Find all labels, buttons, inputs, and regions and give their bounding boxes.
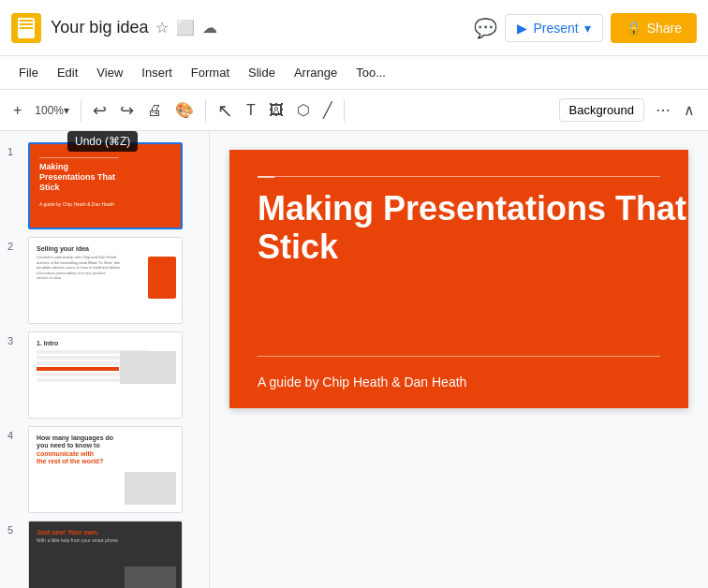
slide-3-image — [120, 351, 176, 384]
menu-bar: File Edit View Insert Format Slide Arran… — [0, 56, 708, 90]
slide-1-title: MakingPresentations ThatStick — [39, 162, 171, 192]
shapes-tool-button[interactable]: ⬡ — [291, 96, 316, 125]
main-slide-title: Making Presentations That Stick — [258, 189, 688, 267]
slide-number-5: 5 — [7, 521, 22, 536]
top-actions: 💬 ▶ Present ▾ 🔒 Share — [474, 13, 697, 43]
lock-icon: 🔒 — [626, 21, 642, 36]
slide-number-1: 1 — [7, 142, 22, 157]
slide-panel: 1 MakingPresentations ThatStick A guide … — [0, 131, 210, 588]
menu-arrange[interactable]: Arrange — [287, 62, 345, 83]
menu-file[interactable]: File — [11, 62, 46, 83]
main-content: 1 MakingPresentations ThatStick A guide … — [0, 131, 708, 588]
folder-icon[interactable]: ⬜ — [176, 19, 195, 37]
slide-item-2[interactable]: 2 Selling your idea Created in partnersh… — [0, 233, 209, 328]
slide-item-3[interactable]: 3 1. Intro — [0, 328, 209, 422]
doc-title-area: Your big idea ☆ ⬜ ☁ — [51, 18, 474, 37]
select-tool-button[interactable]: ↖ — [212, 94, 239, 127]
slide-number-4: 4 — [7, 426, 22, 441]
toolbar-divider-3 — [344, 99, 345, 122]
menu-slide[interactable]: Slide — [241, 62, 283, 83]
more-options-button[interactable]: ⋯ — [650, 96, 676, 125]
menu-view[interactable]: View — [89, 62, 130, 83]
star-icon[interactable]: ☆ — [155, 19, 169, 37]
collapse-toolbar-button[interactable]: ∧ — [678, 96, 701, 125]
undo-button[interactable]: ↩ — [87, 95, 112, 126]
share-label: Share — [647, 21, 682, 36]
comment-button[interactable]: 💬 — [474, 17, 497, 39]
print-button[interactable]: 🖨 — [141, 96, 168, 125]
slide-thumb-wrap-3: 1. Intro — [28, 331, 183, 419]
menu-insert[interactable]: Insert — [134, 62, 180, 83]
slide-2-image — [148, 257, 176, 299]
present-label: Present — [533, 21, 578, 36]
app-icon — [11, 13, 41, 43]
slide-number-3: 3 — [7, 331, 22, 346]
present-dropdown-icon[interactable]: ▾ — [584, 21, 591, 36]
background-label: Background — [569, 103, 634, 117]
menu-tools[interactable]: Too... — [348, 62, 393, 83]
slide-4-image — [125, 472, 176, 505]
textbox-tool-button[interactable]: T — [241, 96, 261, 125]
slide-thumb-wrap-2: Selling your idea Created in partnership… — [28, 237, 183, 324]
toolbar: + 100%▾ ↩ ↪ 🖨 🎨 ↖ T 🖼 ⬡ ╱ Background ⋯ ∧… — [0, 90, 708, 131]
toolbar-divider-2 — [205, 99, 206, 122]
main-slide[interactable]: — Making Presentations That Stick A guid… — [229, 150, 688, 408]
slide-item-4[interactable]: 4 How many languages doyou need to know … — [0, 422, 209, 517]
add-slide-button[interactable]: + — [7, 96, 27, 125]
main-slide-subtitle: A guide by Chip Heath & Dan Heath — [258, 375, 466, 390]
slide-1-subtitle: A guide by Chip Heath & Dan Heath — [39, 201, 171, 207]
slide-area[interactable]: — Making Presentations That Stick A guid… — [210, 131, 708, 588]
slide-thumb-3: 1. Intro — [29, 332, 182, 418]
present-button[interactable]: ▶ Present ▾ — [505, 14, 602, 42]
cloud-icon[interactable]: ☁ — [202, 19, 217, 37]
line-tool-button[interactable]: ╱ — [317, 96, 338, 125]
slide-item-1[interactable]: 1 MakingPresentations ThatStick A guide … — [0, 139, 209, 233]
slide-2-title: Selling your idea — [37, 245, 174, 252]
toolbar-divider-1 — [81, 99, 81, 122]
slide-thumb-1: MakingPresentations ThatStick A guide by… — [30, 144, 181, 228]
paint-format-button[interactable]: 🎨 — [170, 96, 199, 125]
slide-5-title: Just one! Your own. — [37, 529, 174, 536]
doc-title-text: Your big idea — [51, 18, 148, 37]
top-bar: Your big idea ☆ ⬜ ☁ 💬 ▶ Present ▾ 🔒 Shar… — [0, 0, 708, 56]
slide-thumb-5: Just one! Your own. With a little help f… — [29, 522, 182, 588]
main-slide-line-bottom — [258, 356, 660, 357]
doc-title: Your big idea ☆ ⬜ ☁ — [51, 18, 474, 37]
menu-format[interactable]: Format — [184, 62, 237, 83]
slide-thumb-2: Selling your idea Created in partnership… — [29, 238, 182, 323]
redo-button[interactable]: ↪ — [114, 95, 140, 126]
image-tool-button[interactable]: 🖼 — [263, 96, 289, 125]
slide-5-subtitle: With a little help from your smart phone — [37, 537, 174, 543]
slide-number-2: 2 — [7, 237, 22, 252]
slide-5-image — [125, 566, 176, 588]
background-button[interactable]: Background — [559, 98, 644, 122]
slide-3-title: 1. Intro — [37, 340, 174, 346]
slide-4-title: How many languages doyou need to know to… — [37, 434, 174, 466]
slide-thumb-wrap-5: Just one! Your own. With a little help f… — [28, 521, 183, 588]
main-slide-line-top — [258, 176, 660, 177]
undo-tooltip: Undo (⌘Z) — [67, 131, 138, 152]
slide-item-5[interactable]: 5 Just one! Your own. With a little help… — [0, 517, 209, 588]
slide-thumb-4: How many languages doyou need to know to… — [29, 427, 182, 512]
menu-edit[interactable]: Edit — [50, 62, 85, 83]
present-icon: ▶ — [517, 21, 527, 36]
slide-thumb-wrap-1: MakingPresentations ThatStick A guide by… — [28, 142, 183, 229]
zoom-button[interactable]: 100%▾ — [29, 98, 75, 123]
slide-thumb-wrap-4: How many languages doyou need to know to… — [28, 426, 183, 513]
share-button[interactable]: 🔒 Share — [611, 13, 697, 43]
